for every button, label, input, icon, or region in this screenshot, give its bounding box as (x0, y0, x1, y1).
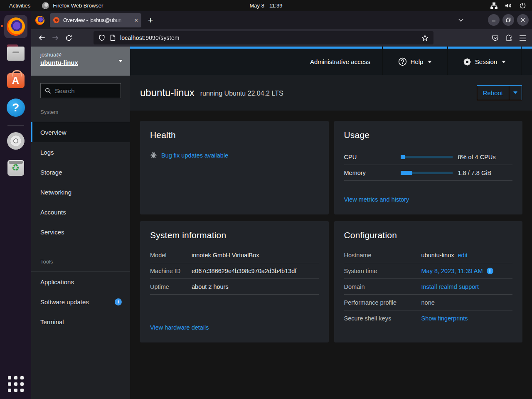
host-switcher-caret-icon (118, 60, 123, 62)
sidebar-item-storage[interactable]: Storage (31, 162, 130, 182)
usage-card-title: Usage (344, 130, 513, 140)
reboot-split-button: Reboot (477, 85, 522, 100)
overview-content: Health Bug fix updates available Usage (130, 111, 532, 399)
cpu-usage-row: CPU 8% of 4 CPUs (344, 149, 513, 165)
hostname-link[interactable]: ubuntu-linux (40, 59, 78, 66)
activities-button[interactable]: Activities (9, 2, 30, 9)
dock-firefox-icon[interactable] (4, 15, 27, 38)
volume-icon[interactable] (505, 2, 512, 9)
sidebar-search-input[interactable]: Search (40, 83, 121, 98)
list-tabs-chevron-icon[interactable] (458, 17, 464, 23)
sidebar-item-accounts[interactable]: Accounts (31, 202, 130, 222)
memory-value: 1.8 / 7.8 GiB (453, 170, 513, 176)
new-tab-button[interactable]: + (148, 15, 153, 25)
dock-files-icon[interactable] (4, 42, 27, 65)
system-time-label: System time (344, 268, 421, 274)
session-caret-icon (502, 61, 506, 63)
window-minimize-button[interactable] (488, 14, 500, 26)
install-realmd-link[interactable]: Install realmd support (421, 283, 513, 290)
section-label-tools: Tools (40, 259, 130, 265)
url-text: localhost:9090/system (120, 34, 180, 41)
tab-close-icon[interactable]: × (134, 17, 138, 23)
machine-id-value: e067c386629e4b398c970a2d3b4b13df (192, 268, 319, 274)
search-icon (45, 88, 51, 94)
time-info-icon[interactable]: i (487, 268, 493, 274)
bookmark-star-icon[interactable] (421, 34, 429, 42)
app-menu[interactable]: Firefox Web Browser (42, 2, 103, 9)
bug-fix-updates-link[interactable]: Bug fix updates available (161, 152, 228, 159)
cpu-progress-bar (401, 155, 453, 159)
dock-media-disc-icon[interactable] (4, 129, 27, 153)
dock-divider (7, 125, 24, 126)
firefox-window: Overview - joshua@ubun × + (31, 11, 532, 399)
forward-button[interactable] (49, 31, 62, 44)
sidebar-item-logs[interactable]: Logs (31, 142, 130, 162)
dock-ubuntu-software-icon[interactable]: A (4, 69, 27, 92)
gear-icon (463, 58, 471, 66)
sidebar-item-services[interactable]: Services (31, 222, 130, 242)
reboot-button[interactable]: Reboot (477, 86, 509, 100)
usage-card: Usage CPU 8% of 4 CPUs Memory (334, 121, 523, 214)
window-close-button[interactable] (517, 14, 529, 26)
power-icon[interactable] (519, 2, 526, 9)
machine-id-row: Machine ID e067c386629e4b398c970a2d3b4b1… (150, 263, 319, 279)
administrative-access-button[interactable]: Administrative access (310, 58, 370, 65)
show-fingerprints-link[interactable]: Show fingerprints (421, 315, 513, 322)
session-menu[interactable]: Session (448, 47, 521, 75)
extensions-puzzle-icon[interactable] (505, 34, 512, 42)
view-hardware-details-link[interactable]: View hardware details (150, 324, 319, 331)
page-info-icon[interactable] (110, 34, 116, 41)
sidebar-item-software-updates[interactable]: Software updates i (31, 292, 130, 312)
domain-label: Domain (344, 283, 421, 290)
performance-profile-value: none (421, 299, 513, 306)
ssh-keys-label: Secure shell keys (344, 315, 421, 322)
health-card: Health Bug fix updates available (140, 121, 329, 214)
ubuntu-dock: A ? ♻ (0, 11, 31, 399)
hostname-label: Hostname (344, 252, 421, 259)
system-time-link[interactable]: May 8, 2023, 11:39 AM (421, 268, 483, 274)
page-title-hostname: ubuntu-linux (140, 87, 195, 99)
network-icon[interactable] (490, 2, 498, 9)
view-metrics-link[interactable]: View metrics and history (344, 196, 513, 203)
machine-id-label: Machine ID (150, 268, 192, 274)
browser-tab[interactable]: Overview - joshua@ubun × (50, 13, 141, 27)
url-bar[interactable]: localhost:9090/system (94, 31, 433, 44)
help-label: Help (411, 58, 424, 65)
health-card-title: Health (150, 130, 319, 140)
sidebar-item-overview[interactable]: Overview (31, 122, 130, 142)
hamburger-menu-icon[interactable] (519, 35, 526, 41)
software-updates-label: Software updates (40, 298, 89, 305)
app-menu-label: Firefox Web Browser (53, 2, 103, 9)
dock-trash-icon[interactable]: ♻ (4, 156, 27, 180)
domain-row: Domain Install realmd support (344, 279, 513, 295)
tab-bar: Overview - joshua@ubun × + (31, 11, 532, 29)
pocket-icon[interactable] (492, 34, 499, 42)
dock-help-icon[interactable]: ? (4, 96, 27, 119)
show-applications-button[interactable] (7, 375, 25, 393)
model-label: Model (150, 252, 192, 259)
reload-button[interactable] (62, 31, 75, 44)
host-switcher[interactable]: joshua@ ubuntu-linux (31, 47, 130, 76)
window-restore-button[interactable] (502, 14, 514, 26)
hostname-edit-link[interactable]: edit (458, 252, 468, 259)
clock-time: 11:39 (269, 2, 283, 9)
os-subtitle: running Ubuntu 22.04.2 LTS (200, 90, 283, 97)
help-caret-icon (428, 61, 432, 63)
help-menu[interactable]: Help (383, 47, 447, 75)
cpu-value: 8% of 4 CPUs (453, 154, 513, 160)
shield-icon[interactable] (99, 34, 105, 41)
back-button[interactable] (35, 31, 49, 44)
cockpit-app: joshua@ ubuntu-linux Search System Overv… (31, 47, 532, 399)
reboot-dropdown-toggle[interactable] (509, 86, 522, 100)
search-placeholder: Search (55, 87, 75, 94)
model-value: innotek GmbH VirtualBox (192, 252, 319, 259)
uptime-value: about 2 hours (192, 283, 319, 290)
clock[interactable]: May 8 11:39 (250, 2, 283, 9)
navigation-toolbar: localhost:9090/system (31, 29, 532, 47)
sidebar-item-applications[interactable]: Applications (31, 272, 130, 292)
sidebar-item-networking[interactable]: Networking (31, 182, 130, 202)
tab-title: Overview - joshua@ubun (63, 17, 125, 23)
sidebar-item-terminal[interactable]: Terminal (31, 312, 130, 332)
overview-page-header: ubuntu-linux running Ubuntu 22.04.2 LTS … (130, 75, 532, 111)
help-question-icon (398, 57, 407, 66)
